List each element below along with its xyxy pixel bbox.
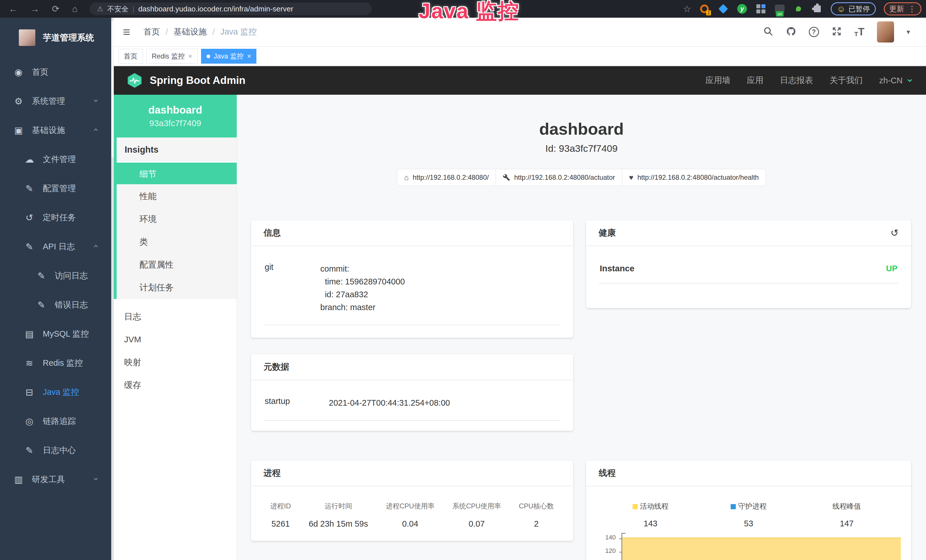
fullscreen-icon[interactable] [832,26,842,38]
extension-orange-icon[interactable]: 1 [699,3,710,14]
chrome-update-button[interactable]: 更新 ⋮ [884,2,921,15]
cell-value: 5261 [270,519,291,529]
sidebar-scrollbar[interactable] [111,18,114,560]
app-logo-row[interactable]: 芋道管理系统 [0,18,111,58]
scrollbar-thumb[interactable] [111,21,114,157]
extension-pin-icon[interactable] [718,3,729,14]
help-icon[interactable]: ? [809,27,819,37]
github-icon[interactable] [786,26,796,38]
extension-onetab-icon[interactable]: on [774,3,785,14]
sidebar-item-redis-monitor[interactable]: ≋ Redis 监控 [0,349,111,378]
url-text[interactable]: dashboard.yudao.iocoder.cn/infra/admin-s… [138,5,293,14]
y-axis-tick: 120 [598,547,616,555]
tab-home[interactable]: 首页 [118,49,143,64]
address-bar[interactable]: ⚠ 不安全 | dashboard.yudao.iocoder.cn/infra… [89,3,372,15]
browser-reload-icon[interactable]: ⟳ [52,3,60,14]
sba-nav-applications[interactable]: 应用 [747,75,763,86]
url-divider: | [133,5,134,13]
close-icon[interactable]: × [188,52,192,60]
breadcrumb-infra[interactable]: 基础设施 [174,26,207,38]
breadcrumb-separator: / [212,27,215,37]
menu-item-scheduled-tasks[interactable]: 计划任务 [117,276,237,299]
menu-item-logs[interactable]: 日志 [114,305,237,328]
menu-item-classes[interactable]: 类 [117,230,237,253]
threads-chart: 140 120 100 [598,532,901,560]
instance-id: 93a3fc7f7409 [150,118,201,128]
extension-badge: 1 [706,10,711,15]
menu-item-metrics[interactable]: 性能 [117,185,237,208]
instance-top-items: 日志 JVM 映射 缓存 [114,305,237,397]
annotation-java-monitor: Java 监控 [419,0,520,26]
sba-navbar: Spring Boot Admin 应用墙 应用 日志报表 关于我们 zh-CN [114,66,926,95]
sba-nav-journal[interactable]: 日志报表 [780,75,813,86]
sba-nav-wallboard[interactable]: 应用墙 [705,75,730,86]
sidebar-item-dev-tools[interactable]: ▥ 研发工具 [0,465,111,494]
edit-icon: ✎ [22,183,36,194]
sidebar-item-java-monitor[interactable]: ⊟ Java 监控 [0,378,111,407]
health-row-instance[interactable]: Instance UP [599,256,899,283]
instance-header[interactable]: dashboard 93a3fc7f7409 [114,95,237,138]
extension-leaf-icon[interactable] [793,3,804,14]
tab-java-monitor[interactable]: Java 监控 × [201,49,256,64]
sba-nav-about[interactable]: 关于我们 [830,75,863,86]
font-size-icon[interactable]: TT [855,26,864,38]
menu-item-environment[interactable]: 环境 [117,208,237,230]
avatar-caret-down-icon[interactable]: ▾ [906,28,910,36]
tab-redis-monitor[interactable]: Redis 监控 × [146,49,198,64]
layers-icon: ≋ [22,358,36,369]
menu-item-config-props[interactable]: 配置属性 [117,253,237,276]
instance-details: dashboard Id: 93a3fc7f7409 ⌂ http://192.… [237,95,926,560]
sidebar-item-scheduled-jobs[interactable]: ↺ 定时任务 [0,203,111,232]
breadcrumb-home[interactable]: 首页 [144,26,160,38]
sidebar-item-label: 链路追踪 [43,416,76,427]
health-url: http://192.168.0.2:48080/actuator/health [637,173,759,182]
sidebar-item-api-log[interactable]: ✎ API 日志 [0,232,111,261]
menu-item-jvm[interactable]: JVM [114,328,237,351]
grid-shape [756,4,766,14]
sidebar-item-config-manage[interactable]: ✎ 配置管理 [0,174,111,203]
service-url-button[interactable]: ⌂ http://192.168.0.2:48080/ [397,169,496,186]
sba-brand-title[interactable]: Spring Boot Admin [150,74,245,86]
breadcrumb-separator: / [166,27,168,37]
browser-home-icon[interactable]: ⌂ [72,4,77,14]
tick-mark [619,552,622,552]
menu-item-details[interactable]: 细节 [117,162,237,185]
extension-y-icon[interactable]: y [737,3,747,14]
update-label: 更新 [889,4,904,14]
sidebar-item-tracing[interactable]: ◎ 链路追踪 [0,407,111,436]
menu-item-caches[interactable]: 缓存 [114,374,237,397]
sidebar-item-file-manage[interactable]: ☁ 文件管理 [0,145,111,174]
close-icon[interactable]: × [247,52,251,60]
health-url-button[interactable]: ♥ http://192.168.0.2:48080/actuator/heal… [622,169,766,186]
sidebar-item-error-log[interactable]: ✎ 错误日志 [0,291,111,319]
info-key: git [265,262,320,272]
search-icon[interactable] [763,26,773,38]
sidebar-item-access-log[interactable]: ✎ 访问日志 [0,261,111,291]
browser-menu-dots-icon[interactable]: ⋮ [908,4,916,14]
database-icon: ▤ [22,328,36,339]
extensions-puzzle-icon[interactable] [812,3,823,14]
cell-value: 6d 23h 15m 59s [309,519,368,529]
menu-item-mappings[interactable]: 映射 [114,351,237,374]
browser-back-icon[interactable]: ← [9,4,18,14]
security-label[interactable]: 不安全 [107,4,129,14]
extension-grid-icon[interactable] [755,3,766,14]
avatar[interactable] [877,21,894,42]
info-row-git: git commit: time: 1596289704000 id: 27aa… [263,256,561,325]
sidebar-item-home[interactable]: ◉ 首页 [0,58,111,87]
actuator-url-button[interactable]: http://192.168.0.2:48080/actuator [496,169,622,186]
browser-forward-icon[interactable]: → [30,4,39,14]
sidebar-item-infra[interactable]: ▣ 基础设施 [0,116,111,145]
sidebar-item-mysql-monitor[interactable]: ▤ MySQL 监控 [0,319,111,349]
history-icon[interactable]: ↺ [891,227,899,239]
service-url: http://192.168.0.2:48080/ [413,173,489,182]
bookmark-star-icon[interactable]: ☆ [683,3,691,14]
hamburger-icon[interactable]: ≡ [114,25,135,39]
sidebar-item-system[interactable]: ⚙ 系统管理 [0,87,111,116]
metadata-card: 元数据 startup 2021-04-27T00:44:31.254+08:0… [251,354,573,431]
actuator-url: http://192.168.0.2:48080/actuator [514,173,615,182]
tick-mark [619,538,622,539]
sba-locale-select[interactable]: zh-CN [879,76,914,85]
profile-paused-chip[interactable]: ☺ 已暂停 [831,2,876,15]
sidebar-item-log-center[interactable]: ✎ 日志中心 [0,436,111,465]
